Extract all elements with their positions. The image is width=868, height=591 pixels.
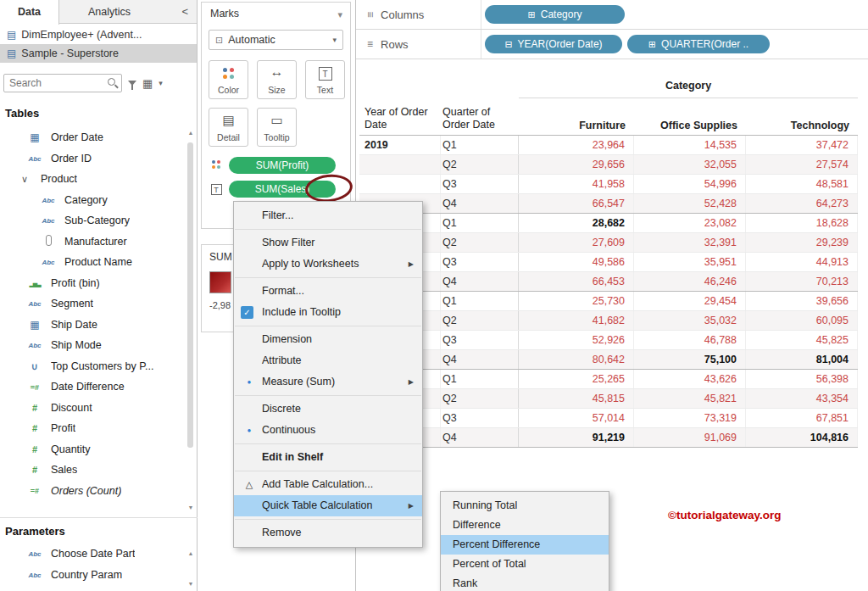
value-cell-furniture[interactable]: 41,958 [519,175,634,193]
value-cell-office-supplies[interactable]: 91,069 [634,428,746,447]
text-button[interactable]: Text [305,60,345,99]
quarter-cell[interactable]: Q1 [441,370,519,388]
submenu-item-rank[interactable]: Rank [441,574,609,591]
value-cell-office-supplies[interactable]: 52,428 [634,194,746,213]
value-cell-office-supplies[interactable]: 23,082 [634,214,746,232]
column-header-furniture[interactable]: Furniture [519,120,634,135]
legend-color-swatch[interactable] [209,271,231,293]
field-row[interactable]: Quantity [0,439,186,460]
search-input[interactable] [4,75,121,92]
view-as-grid-icon[interactable] [142,77,153,90]
field-row[interactable]: Product [0,169,186,190]
value-cell-office-supplies[interactable]: 43,626 [634,370,746,388]
quarter-cell[interactable]: Q1 [441,136,519,154]
value-cell-furniture[interactable]: 91,219 [519,428,634,447]
parameters-scrollbar[interactable] [186,549,196,588]
value-cell-technology[interactable]: 37,472 [746,136,858,154]
value-cell-office-supplies[interactable]: 73,319 [634,409,746,427]
tab-analytics[interactable]: Analytics [59,0,159,24]
detail-button[interactable]: Detail [209,108,248,147]
quarter-cell[interactable]: Q3 [441,331,519,349]
pill-sum-profit[interactable]: SUM(Profit) [229,157,336,174]
view-options-caret-icon[interactable] [159,79,163,87]
quarter-cell[interactable]: Q2 [441,155,519,174]
quarter-cell[interactable]: Q3 [441,175,519,193]
year-header[interactable]: Year of Order Date [359,106,441,135]
column-header-office-supplies[interactable]: Office Supplies [634,120,746,135]
menu-item-measure-sum[interactable]: Measure (Sum) [234,371,422,393]
menu-item-show-filter[interactable]: Show Filter [234,232,422,254]
value-cell-technology[interactable]: 81,004 [746,350,858,369]
quarter-cell[interactable]: Q4 [441,350,519,369]
tab-data[interactable]: Data [0,0,59,25]
value-cell-technology[interactable]: 45,825 [746,331,858,349]
category-spanner-header[interactable]: Category [519,73,858,98]
menu-item-filter[interactable]: Filter... [234,205,422,226]
quarter-cell[interactable]: Q1 [441,214,519,232]
value-cell-office-supplies[interactable]: 32,391 [634,233,746,252]
value-cell-technology[interactable]: 39,656 [746,292,858,310]
pill-category[interactable]: Category [485,5,625,24]
quarter-cell[interactable]: Q4 [441,428,519,447]
menu-item-remove[interactable]: Remove [234,522,422,544]
value-cell-furniture[interactable]: 29,656 [519,155,634,174]
value-cell-furniture[interactable]: 52,926 [519,331,634,349]
field-row[interactable]: Segment [0,293,186,315]
quarter-cell[interactable]: Q4 [441,272,519,291]
quarter-cell[interactable]: Q2 [441,389,519,408]
value-cell-office-supplies[interactable]: 46,246 [634,272,746,291]
expand-box-icon[interactable] [648,39,656,50]
pill-quarter-order-date[interactable]: QUARTER(Order .. [627,35,770,53]
menu-item-edit-in-shelf[interactable]: Edit in Shelf [234,447,422,468]
column-header-technology[interactable]: Technology [746,120,858,135]
collapse-box-icon[interactable] [504,39,512,50]
menu-item-format[interactable]: Format... [234,281,422,302]
value-cell-technology[interactable]: 104,816 [746,428,858,447]
size-button[interactable]: Size [257,60,297,99]
submenu-item-percent-of-total[interactable]: Percent of Total [441,555,609,574]
value-cell-furniture[interactable]: 25,265 [519,370,634,388]
filter-fields-icon[interactable] [128,81,136,86]
menu-item-discrete[interactable]: Discrete [234,399,422,420]
value-cell-technology[interactable]: 60,095 [746,311,858,330]
value-cell-technology[interactable]: 70,213 [746,272,858,291]
field-row[interactable]: Sub-Category [0,210,186,231]
value-cell-technology[interactable]: 29,239 [746,233,858,252]
field-row[interactable]: Profit [0,418,186,439]
value-cell-furniture[interactable]: 41,682 [519,311,634,330]
scrollbar-thumb[interactable] [187,142,193,448]
quarter-header[interactable]: Quarter of Order Date [441,106,519,135]
field-row[interactable]: Ship Mode [0,335,186,356]
menu-item-quick-table-calculation[interactable]: Quick Table Calculation [234,495,422,516]
value-cell-office-supplies[interactable]: 35,951 [634,253,746,271]
quarter-cell[interactable]: Q2 [441,311,519,330]
value-cell-office-supplies[interactable]: 54,996 [634,175,746,193]
field-row[interactable]: Ship Date [0,315,186,336]
color-button[interactable]: Color [209,60,248,99]
value-cell-furniture[interactable]: 80,642 [519,350,634,369]
scroll-down-icon[interactable] [186,504,196,512]
parameter-row[interactable]: Choose Date Part [0,543,198,564]
quarter-cell[interactable]: Q1 [441,292,519,310]
field-row[interactable]: Top Customers by P... [0,356,186,377]
value-cell-furniture[interactable]: 28,682 [519,214,634,232]
columns-shelf[interactable]: Columns Category [356,0,868,30]
value-cell-technology[interactable]: 44,913 [746,253,858,271]
scroll-up-icon[interactable] [186,549,196,558]
scroll-up-icon[interactable] [186,129,196,137]
value-cell-technology[interactable]: 43,354 [746,389,858,408]
tooltip-button[interactable]: Tooltip [257,108,297,147]
parameter-row[interactable]: Country Param [0,564,198,585]
menu-item-include-in-tooltip[interactable]: Include in Tooltip [234,302,422,323]
datasource-item[interactable]: Sample - Superstore [0,44,197,63]
menu-item-continuous[interactable]: Continuous [234,420,422,441]
value-cell-furniture[interactable]: 23,964 [519,136,634,154]
value-cell-furniture[interactable]: 25,730 [519,292,634,310]
value-cell-furniture[interactable]: 66,453 [519,272,634,291]
marks-card-menu-icon[interactable] [337,3,342,25]
value-cell-technology[interactable]: 56,398 [746,370,858,388]
pill-year-order-date[interactable]: YEAR(Order Date) [485,35,622,53]
year-cell[interactable] [359,155,441,174]
quarter-cell[interactable]: Q2 [441,233,519,252]
scroll-down-icon[interactable] [186,580,196,588]
